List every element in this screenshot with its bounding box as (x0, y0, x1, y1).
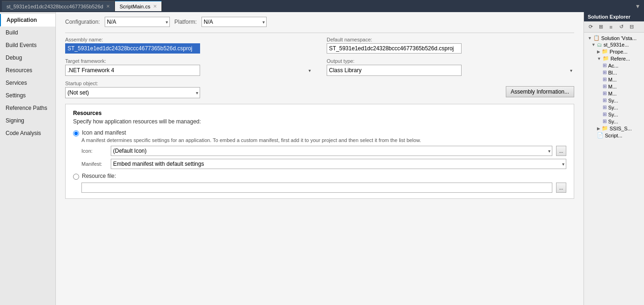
default-namespace-input[interactable] (327, 43, 462, 54)
se-project-node[interactable]: ▼ 🗂 st_5931e... (584, 41, 644, 48)
resource-file-browse-button[interactable]: ... (556, 183, 566, 193)
tab-project-props[interactable]: st_5931e1ed1dc24328bccc4677365b526d ✕ (2, 1, 115, 11)
se-ref-bl-icon: ⊞ (603, 69, 607, 75)
icon-label: Icon: (81, 148, 107, 154)
tab-script-main[interactable]: ScriptMain.cs ✕ (115, 1, 162, 11)
icon-manifest-radio-row: Icon and manifest (73, 129, 566, 136)
se-ref-m3-node[interactable]: ⊞ M... (584, 90, 644, 97)
se-project-expand: ▼ (591, 42, 596, 47)
platform-label: Platform: (174, 19, 197, 25)
se-ref-sy3-node[interactable]: ⊞ Sy... (584, 111, 644, 118)
output-type-select-wrapper: Class Library (327, 65, 574, 76)
se-show-all-button[interactable]: ≡ (606, 23, 616, 31)
se-ref-sy4-node[interactable]: ⊞ Sy... (584, 118, 644, 125)
resources-box-title: Resources (73, 110, 566, 116)
se-ref-m2-label: M... (608, 84, 617, 89)
sidebar-item-build[interactable]: Build (0, 27, 55, 39)
tab-script-main-close[interactable]: ✕ (153, 4, 157, 9)
se-ref-sy4-icon: ⊞ (603, 118, 607, 124)
icon-select-wrapper: (Default Icon) (111, 146, 552, 156)
se-ref-sy1-node[interactable]: ⊞ Sy... (584, 97, 644, 104)
icon-manifest-radio[interactable] (73, 130, 79, 136)
icon-select[interactable]: (Default Icon) (111, 146, 552, 156)
se-solution-expand: ▼ (588, 36, 592, 41)
se-properties-expand: ▶ (597, 49, 600, 54)
se-properties-button[interactable]: ⊞ (596, 23, 605, 31)
tab-bar: st_5931e1ed1dc24328bccc4677365b526d ✕ Sc… (0, 0, 644, 12)
configuration-select[interactable]: N/A (105, 17, 170, 27)
manifest-select[interactable]: Embed manifest with default settings (111, 159, 566, 169)
se-ref-sy2-icon: ⊞ (603, 104, 607, 110)
sidebar-item-application[interactable]: Application (0, 14, 55, 27)
se-collapse-button[interactable]: ⊟ (627, 23, 636, 31)
se-references-node[interactable]: ▼ 📁 Refere... (584, 55, 644, 62)
sidebar-item-services[interactable]: Services (0, 77, 55, 89)
tab-script-main-label: ScriptMain.cs (120, 4, 150, 9)
sidebar-item-settings[interactable]: Settings (0, 89, 55, 102)
se-ssis-node[interactable]: ▶ 📁 SSIS_S... (584, 125, 644, 132)
manifest-label: Manifest: (81, 161, 107, 167)
configuration-select-wrapper: N/A (105, 17, 170, 27)
se-solution-node[interactable]: ▼ 📋 Solution 'Vsta... (584, 34, 644, 41)
manifest-select-wrapper: Embed manifest with default settings (111, 159, 566, 169)
resource-file-input[interactable] (81, 183, 552, 193)
resource-file-radio[interactable] (73, 174, 79, 180)
resource-file-radio-label: Resource file: (82, 173, 116, 179)
se-ref-m3-icon: ⊞ (603, 90, 607, 96)
se-ref-ac-node[interactable]: ⊞ Ac... (584, 62, 644, 69)
sidebar-item-code-analysis[interactable]: Code Analysis (0, 127, 55, 140)
sidebar-item-build-events[interactable]: Build Events (0, 39, 55, 52)
icon-manifest-radio-item: Icon and manifest A manifest determines … (73, 129, 566, 169)
se-ref-bl-label: Bl... (608, 70, 617, 75)
sidebar-item-reference-paths[interactable]: Reference Paths (0, 102, 55, 115)
assembly-info-wrapper: Assembly Information... (214, 86, 574, 98)
resource-file-row: ... (81, 183, 566, 193)
se-references-label: Refere... (610, 56, 630, 61)
sidebar-item-debug[interactable]: Debug (0, 52, 55, 64)
assembly-name-label: Assembly name: (65, 37, 313, 42)
output-type-select[interactable]: Class Library (327, 65, 462, 76)
sidebar-item-resources[interactable]: Resources (0, 64, 55, 77)
solution-explorer-tree: ▼ 📋 Solution 'Vsta... ▼ 🗂 st_5931e... ▶ … (584, 33, 644, 305)
tab-project-props-label: st_5931e1ed1dc24328bccc4677365b526d (7, 4, 103, 9)
assembly-namespace-row: Assembly name: Default namespace: (65, 37, 574, 54)
se-sync-button[interactable]: ⟳ (586, 23, 595, 31)
se-ref-m2-node[interactable]: ⊞ M... (584, 83, 644, 90)
platform-select[interactable]: N/A (201, 17, 267, 27)
startup-object-select[interactable]: (Not set) (65, 87, 200, 98)
assembly-name-input[interactable] (65, 43, 200, 54)
se-refresh-button[interactable]: ↺ (617, 23, 626, 31)
output-type-label: Output type: (327, 58, 574, 64)
se-script-node[interactable]: 📄 Script... (584, 132, 644, 139)
tab-dropdown-arrow[interactable]: ▾ (633, 2, 642, 10)
output-type-group: Output type: Class Library (327, 58, 574, 76)
se-properties-node[interactable]: ▶ 📁 Prope... (584, 48, 644, 55)
se-ref-m3-label: M... (608, 91, 617, 96)
se-project-label: st_5931e... (604, 42, 629, 47)
se-ref-bl-node[interactable]: ⊞ Bl... (584, 69, 644, 76)
se-properties-label: Prope... (610, 49, 628, 54)
tab-project-props-close[interactable]: ✕ (106, 4, 110, 9)
icon-manifest-radio-label: Icon and manifest (82, 129, 126, 136)
target-framework-label: Target framework: (65, 58, 313, 64)
se-ref-m1-label: M... (608, 77, 617, 82)
se-ref-sy2-node[interactable]: ⊞ Sy... (584, 104, 644, 111)
se-ref-ac-label: Ac... (608, 63, 618, 68)
se-ref-m1-node[interactable]: ⊞ M... (584, 76, 644, 83)
main-area: Application Build Build Events Debug Res… (0, 12, 644, 305)
se-ssis-expand: ▶ (597, 126, 600, 131)
startup-object-group: Startup object: (Not set) (65, 81, 200, 98)
platform-select-wrapper: N/A (201, 17, 267, 27)
se-ref-sy3-icon: ⊞ (603, 111, 607, 117)
icon-browse-button[interactable]: ... (556, 146, 566, 156)
se-ref-sy1-label: Sy... (608, 98, 618, 103)
se-solution-label: Solution 'Vsta... (601, 35, 637, 41)
se-ref-sy1-icon: ⊞ (603, 97, 607, 103)
solution-explorer-toolbar: ⟳ ⊞ ≡ ↺ ⊟ (584, 21, 644, 33)
se-ssis-icon: 📁 (602, 125, 608, 131)
assembly-information-button[interactable]: Assembly Information... (506, 86, 574, 97)
resources-box-subtitle: Specify how application resources will b… (73, 118, 566, 125)
target-framework-select[interactable]: .NET Framework 4 (65, 65, 200, 76)
resource-file-radio-row: Resource file: (73, 173, 566, 180)
sidebar-item-signing[interactable]: Signing (0, 115, 55, 127)
